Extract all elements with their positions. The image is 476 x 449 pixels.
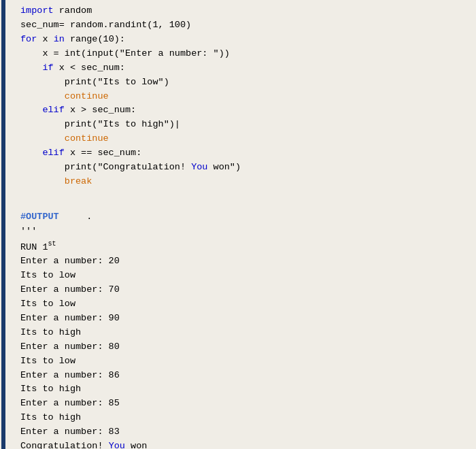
you-text-2: You — [109, 441, 125, 449]
code-line-2: sec_num= random.randint(1, 100) — [20, 18, 469, 33]
keyword-in: in — [54, 34, 65, 44]
code-line-6: print("Its to low") — [20, 76, 469, 90]
output-line-11: Enter a number: 85 — [20, 397, 469, 411]
code-line-9: print("Its to high")| — [20, 118, 469, 132]
keyword-elif-1: elif — [42, 105, 64, 115]
output-line-14: Congratulation! You won — [20, 439, 469, 449]
triple-quote-line: ''' — [20, 224, 469, 239]
keyword-break: break — [65, 176, 92, 186]
code-line-11: elif x == sec_num: — [20, 146, 469, 161]
output-line-13: Enter a number: 83 — [20, 425, 469, 439]
output-line-1: Enter a number: 20 — [20, 254, 469, 269]
keyword-continue-2: continue — [65, 133, 109, 144]
code-line-12: print("Congratulation! You won") — [20, 161, 469, 175]
output-line-3: Enter a number: 70 — [20, 283, 469, 297]
output-line-6: Its to high — [20, 326, 469, 340]
code-line-13: break — [20, 175, 469, 189]
output-line-4: Its to low — [20, 297, 469, 312]
keyword-elif-2: elif — [42, 148, 64, 158]
output-line-5: Enter a number: 90 — [20, 312, 469, 326]
code-line-5: if x < sec_num: — [20, 61, 469, 76]
code-editor: import random sec_num= random.randint(1,… — [0, 0, 476, 449]
run-label-line: RUN 1st — [20, 239, 469, 254]
keyword-if: if — [42, 63, 53, 73]
output-line-10: Its to high — [20, 382, 469, 397]
keyword-import: import — [20, 5, 54, 16]
output-line-2: Its to low — [20, 269, 469, 283]
output-line-9: Enter a number: 86 — [20, 369, 469, 383]
code-line-4: x = int(input("Enter a number: ")) — [20, 47, 469, 61]
output-line-7: Enter a number: 80 — [20, 340, 469, 354]
code-line-1: import random — [20, 4, 469, 18]
run-label: RUN 1 — [20, 242, 48, 252]
output-line-8: Its to low — [20, 354, 469, 369]
code-line-10: continue — [20, 132, 469, 146]
left-bars — [0, 0, 19, 449]
output-line-12: Its to high — [20, 411, 469, 425]
code-line-8: elif x > sec_num: — [20, 103, 469, 118]
keyword-for: for — [20, 34, 37, 44]
you-text-1: You — [191, 162, 207, 172]
output-comment: #OUTPUT — [20, 212, 59, 222]
blank-line — [20, 196, 469, 210]
code-line-7: continue — [20, 90, 469, 104]
keyword-continue-1: continue — [65, 91, 109, 101]
code-line-3: for x in range(10): — [20, 33, 469, 47]
output-comment-line: #OUTPUT . — [20, 210, 469, 224]
code-block: import random sec_num= random.randint(1,… — [20, 4, 469, 449]
